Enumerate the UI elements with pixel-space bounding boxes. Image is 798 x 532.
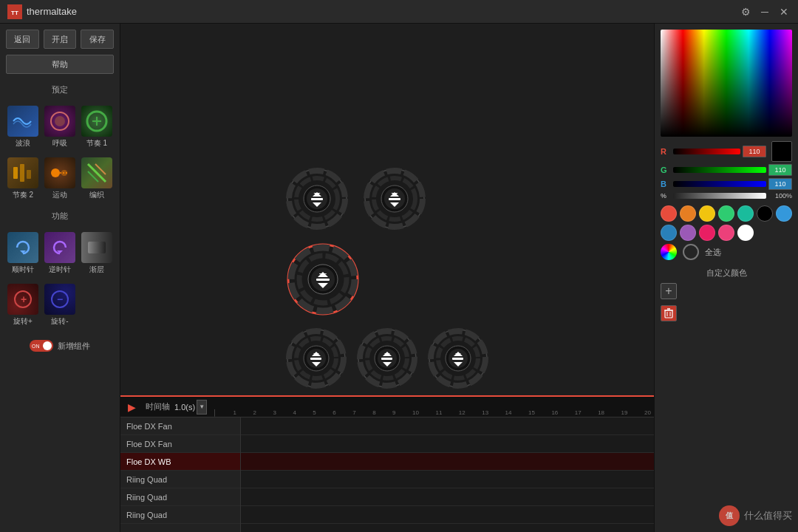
red-label: R [661,147,671,156]
fan-item-4[interactable]: TT [286,328,347,389]
preset-green[interactable] [718,205,734,222]
wave-label: 波浪 [16,138,30,149]
effect-fade[interactable]: 渐层 [80,229,114,278]
red-value: 110 [743,146,766,157]
preset-pink[interactable] [718,225,734,241]
effect-ccw[interactable]: 逆时针 [43,229,77,278]
track-label-3[interactable]: Riing Quad [120,471,240,488]
preset-white[interactable] [737,225,754,241]
ruler-tick-9: 9 [392,409,395,416]
fan-item-6[interactable]: TT [428,328,488,389]
move-svg [48,161,72,185]
effect-spin-minus[interactable]: − 旋转- [43,281,77,330]
fan-item-1[interactable]: TT [286,168,349,231]
track-row-3[interactable] [241,471,654,488]
ruler-tick-11: 11 [435,409,442,416]
percent-row: % 100% [661,192,792,200]
main-layout: 返回 开启 保存 帮助 预定 波浪 [0,24,798,532]
svg-text:+: + [21,293,27,305]
close-button[interactable]: ✕ [777,5,791,18]
effect-weave[interactable]: 编织 [80,154,114,203]
blue-slider[interactable] [673,181,766,187]
palette-circle[interactable] [683,244,699,260]
add-custom-color-button[interactable]: + [661,283,677,299]
jie1-svg [85,109,109,133]
cw-icon [7,232,38,263]
fan-item-3-selected[interactable]: TT [286,242,360,316]
spin-minus-label: 旋转- [51,316,68,327]
breathe-icon [44,106,75,137]
svg-text:−: − [57,293,63,305]
effect-spin-plus[interactable]: + 旋转+ [6,281,40,330]
svg-point-10 [51,168,60,177]
track-row-2[interactable] [241,453,654,471]
effect-cw[interactable]: 顺时针 [6,229,40,278]
preset-cyan[interactable] [737,205,754,222]
delete-custom-color-button[interactable] [661,305,677,321]
help-button[interactable]: 帮助 [6,55,114,74]
fan-svg-4: TT [286,328,347,389]
fan-item-2[interactable]: TT [364,168,426,231]
red-slider[interactable] [673,149,740,154]
spin-m-svg: − [48,287,72,311]
settings-button[interactable]: ⚙ [739,5,752,18]
track-label-4[interactable]: Riing Quad [120,488,240,506]
timeline: ▶ 时间轴 1.0(s) ▼ │ 1 2 3 4 5 6 [120,395,654,532]
right-panel: R 110 G 110 B 110 % 100% [654,24,798,532]
preset-blue[interactable] [661,225,677,241]
preset-pink-dark[interactable] [699,225,715,241]
effect-breathe[interactable]: 呼吸 [43,103,77,151]
fan-item-5[interactable]: TT [357,328,417,389]
green-slider[interactable] [673,167,766,173]
new-component-toggle[interactable]: ON [30,340,53,352]
preset-red[interactable] [661,205,677,222]
preset-blue-light[interactable] [776,205,792,222]
palette-icon[interactable] [661,244,677,260]
effect-jie2[interactable]: 节奏 2 [6,154,40,203]
timeline-ruler: │ 1 2 3 4 5 6 7 8 9 10 11 12 [210,397,654,417]
svg-rect-8 [20,164,24,182]
pct-slider[interactable] [673,193,766,199]
track-label-0[interactable]: Floe DX Fan [120,417,240,435]
green-channel-row: G 110 [661,164,792,176]
preset-purple[interactable] [680,225,696,241]
toggle-on-label: ON [32,344,40,349]
preset-section-title: 预定 [0,83,120,97]
color-picker-gradient[interactable] [661,30,792,137]
preset-yellow[interactable] [699,205,715,222]
open-button[interactable]: 开启 [44,30,77,49]
track-label-5[interactable]: Riing Quad [120,506,240,524]
custom-color-actions: + [661,282,792,304]
weave-label: 编织 [89,190,104,200]
track-row-0[interactable] [241,417,654,435]
spin-minus-icon: − [44,284,75,315]
track-label-1[interactable]: Floe DX Fan [120,435,240,453]
ruler-tick-19: 19 [621,409,628,416]
fade-label: 渐层 [89,265,104,275]
track-row-5[interactable] [241,506,654,524]
track-label-2-active[interactable]: Floe DX WB [120,453,240,471]
timeline-dropdown[interactable]: ▼ [197,400,207,415]
fan-row-2: TT [286,242,360,316]
effect-wave[interactable]: 波浪 [6,103,40,151]
preset-orange[interactable] [680,205,696,222]
fade-icon [81,232,112,263]
track-row-4[interactable] [241,488,654,506]
jie1-icon [81,106,112,137]
timeline-play-button[interactable]: ▶ [120,397,143,417]
effect-move[interactable]: 运动 [43,154,77,203]
save-button[interactable]: 保存 [81,30,114,49]
track-row-1[interactable] [241,435,654,453]
ruler-tick-5: 5 [313,409,316,416]
svg-rect-47 [316,279,330,281]
effect-jie1[interactable]: 节奏 1 [80,103,114,151]
back-button[interactable]: 返回 [6,30,39,49]
jie2-label: 节奏 2 [13,190,33,200]
watermark-text: 什么值得买 [744,509,792,522]
ruler-tick-10: 10 [412,409,419,416]
fan-row-1: TT TT [286,168,426,231]
preset-black[interactable] [757,205,773,222]
minimize-button[interactable]: ─ [758,5,771,18]
svg-rect-9 [27,170,31,179]
ccw-icon [44,232,75,263]
